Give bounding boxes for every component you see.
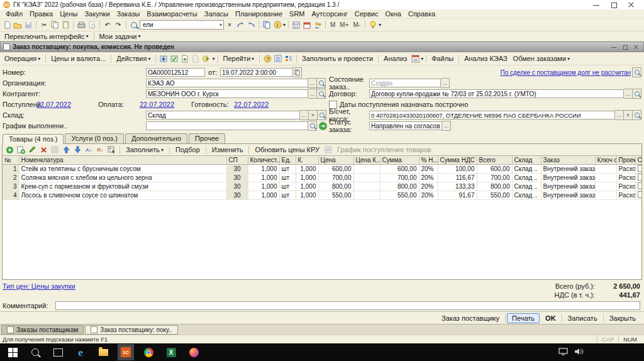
order-state-field[interactable] <box>369 79 441 87</box>
cell[interactable] <box>595 182 616 191</box>
cell[interactable]: 600,00 <box>477 165 512 174</box>
search-clear-icon[interactable]: × <box>225 20 235 30</box>
hyperlink-return-icon[interactable] <box>246 20 256 30</box>
price-type-link[interactable]: Тип цен: Цены закупки <box>3 282 75 290</box>
sort-desc-icon[interactable]: Я↓ <box>95 145 105 155</box>
schedule-field[interactable] <box>146 121 308 130</box>
col-project[interactable]: Проект <box>616 156 635 165</box>
cell[interactable]: Солянка мясная с хлебом из цельного зерн… <box>19 174 226 182</box>
ready-date-link[interactable]: 22.07.2022 <box>234 101 269 108</box>
cell[interactable]: 1,000 <box>248 174 279 182</box>
print-preview-icon[interactable] <box>87 20 97 30</box>
warehouse-open-icon[interactable] <box>318 110 326 120</box>
copy-link-icon[interactable] <box>262 20 272 30</box>
new-document-icon[interactable] <box>2 20 12 30</box>
col-warehouse[interactable]: Склад <box>512 156 541 165</box>
menu-service[interactable]: Сервис <box>352 10 382 18</box>
copy-icon[interactable] <box>50 20 60 30</box>
doc-restore-icon[interactable] <box>623 45 628 50</box>
receipt-date-link[interactable]: 22.07.2022 <box>36 101 80 108</box>
cell[interactable]: Расход.. <box>616 182 635 191</box>
prices-currency-button[interactable]: Цены и валюта... <box>48 55 108 62</box>
cell[interactable] <box>353 174 380 182</box>
cell[interactable]: Стейк из телятины с брусничным соусом <box>19 165 226 174</box>
cell[interactable]: Склад .. <box>512 165 541 174</box>
cell[interactable]: 550,00 <box>318 191 353 200</box>
organization-select-icon[interactable]: ... <box>308 78 317 88</box>
menu-srm[interactable]: SRM <box>286 10 308 18</box>
cell[interactable]: 30 <box>226 191 248 200</box>
move-down-icon[interactable] <box>72 145 82 155</box>
search-box[interactable]: ▾ <box>140 20 224 30</box>
edit-row-icon[interactable] <box>27 145 37 155</box>
order-exchange-button[interactable]: Обмен заказами▾ <box>511 55 573 62</box>
add-row-icon[interactable] <box>4 145 14 155</box>
col-sr[interactable]: Ср. <box>635 156 641 165</box>
minimize-icon[interactable] <box>593 2 599 8</box>
col-price-k[interactable]: Цена К... <box>353 156 380 165</box>
cell[interactable]: Крем-суп с пармезаном и фруктовый смузи <box>19 182 226 191</box>
files-button[interactable]: Файлы <box>429 55 456 62</box>
col-quantity[interactable]: Количест... <box>248 156 279 165</box>
col-order[interactable]: Заказ <box>541 156 595 165</box>
search-dropdown-icon[interactable]: ▾ <box>219 22 222 28</box>
menu-orders[interactable]: Заказы <box>114 10 143 18</box>
post-no-movements-icon[interactable] <box>169 54 179 64</box>
cell[interactable]: 800,00 <box>477 182 512 191</box>
chrome-icon[interactable] <box>140 344 157 360</box>
menu-prices[interactable]: Цены <box>57 10 80 18</box>
search-input[interactable] <box>142 21 213 28</box>
1c-app-icon[interactable]: 1С <box>118 344 134 360</box>
switch-interface-button[interactable]: Переключить интерфейс ▾ <box>2 33 91 40</box>
supplier-order-button[interactable]: Заказ поставщику <box>437 314 504 323</box>
cell[interactable]: шт <box>279 191 296 200</box>
menu-file[interactable]: Файл <box>3 10 26 18</box>
number-field[interactable] <box>146 68 205 77</box>
cell[interactable]: 700,00 <box>380 174 419 182</box>
file-explorer-icon[interactable] <box>95 344 111 360</box>
menu-windows[interactable]: Окна <box>382 10 404 18</box>
volume-icon[interactable] <box>574 348 584 357</box>
close-button[interactable]: Закрыть <box>605 314 640 323</box>
redo-icon[interactable]: ↷ <box>113 20 123 30</box>
cell[interactable]: 30 <box>226 165 248 174</box>
cell[interactable]: 700,00 <box>477 174 512 182</box>
cut-icon[interactable]: ✂ <box>39 20 49 30</box>
grid-row[interactable]: 1Стейк из телятины с брусничным соусом 3… <box>3 165 641 174</box>
network-icon[interactable] <box>558 348 568 357</box>
cell[interactable]: 550,00 <box>477 191 512 200</box>
cell[interactable]: шт <box>279 182 296 191</box>
grid-row[interactable]: 2Солянка мясная с хлебом из цельного зер… <box>3 174 641 182</box>
doc-minimize-icon[interactable] <box>611 45 616 50</box>
cell[interactable]: 1,000 <box>296 191 318 200</box>
grid-row[interactable]: 4Лосось в сливочном соусе со шпинатом 30… <box>3 191 641 200</box>
users-icon[interactable] <box>313 20 323 30</box>
col-unit[interactable]: Ед. <box>279 156 296 165</box>
cell[interactable]: 133,33 <box>438 182 477 191</box>
fill-button[interactable]: Заполнить▾ <box>123 146 166 153</box>
cell[interactable]: шт <box>279 165 296 174</box>
schedule-open-icon[interactable] <box>308 121 317 131</box>
order-status-select-icon[interactable]: ... <box>442 121 451 131</box>
analysis-button[interactable]: Анализ <box>381 55 409 62</box>
contragent-open-icon[interactable] <box>317 89 326 99</box>
cell[interactable]: Внутренний заказ ОАО.. <box>541 174 595 182</box>
menu-stock[interactable]: Запасы <box>201 10 231 18</box>
col-vat-pct[interactable]: % Н... <box>419 156 438 165</box>
menu-edit[interactable]: Правка <box>26 10 56 18</box>
cell[interactable]: 4 <box>3 191 19 200</box>
calculator-icon[interactable] <box>291 20 301 30</box>
cell[interactable]: 100,00 <box>438 165 477 174</box>
edge-icon[interactable]: e <box>72 344 89 360</box>
service-dropdown-icon[interactable]: ▾ <box>379 22 381 28</box>
cell[interactable] <box>595 165 616 174</box>
cell-checkbox[interactable] <box>635 174 641 182</box>
paste-icon[interactable] <box>60 20 70 30</box>
cell[interactable] <box>353 191 380 200</box>
cell[interactable]: 1,000 <box>248 182 279 191</box>
col-sum[interactable]: Сумма <box>380 156 419 165</box>
cell[interactable]: 600,00 <box>380 165 419 174</box>
ok-button[interactable]: OK <box>541 314 560 323</box>
menu-settlements[interactable]: Взаиморасчеты <box>143 10 200 18</box>
supplier-debt-link[interactable]: По сделке с поставщиком долг не рассчита… <box>500 69 631 76</box>
